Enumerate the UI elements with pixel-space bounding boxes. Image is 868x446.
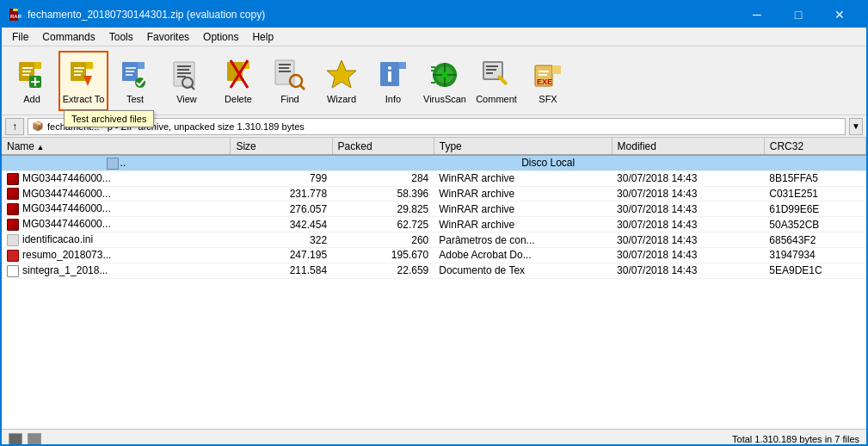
col-header-name[interactable]: Name (2, 138, 231, 155)
col-header-size[interactable]: Size (231, 138, 332, 155)
maximize-button[interactable]: □ (779, 2, 818, 28)
svg-rect-7 (22, 71, 31, 72)
svg-rect-67 (539, 71, 549, 72)
view-icon (169, 58, 204, 92)
archive-icon: 📦 (32, 121, 44, 132)
table-row[interactable]: resumo_2018073...247.195195.670Adobe Acr… (2, 247, 866, 263)
add-label: Add (23, 94, 40, 104)
info-label: Info (385, 94, 401, 104)
menu-help[interactable]: Help (245, 29, 280, 45)
extract-to-icon (66, 58, 101, 92)
col-header-packed[interactable]: Packed (332, 138, 434, 155)
svg-rect-1 (13, 9, 18, 11)
status-icon-1 (9, 433, 22, 445)
test-button[interactable]: Test (110, 51, 160, 111)
table-row[interactable]: identificacao.ini322260Parâmetros de con… (2, 232, 866, 248)
menu-favorites[interactable]: Favorites (140, 29, 196, 45)
delete-button[interactable]: Delete (213, 51, 263, 111)
find-button[interactable]: Find (265, 51, 315, 111)
menu-file[interactable]: File (5, 29, 35, 45)
menu-options[interactable]: Options (196, 29, 245, 45)
svg-point-48 (388, 66, 391, 70)
add-icon (15, 58, 49, 92)
comment-icon (479, 58, 514, 92)
table-row[interactable]: MG03447446000...342.45462.725WinRAR arch… (2, 217, 866, 232)
svg-rect-21 (138, 62, 145, 69)
svg-rect-68 (539, 74, 547, 76)
file-table: Name Size Packed Type Modified CRC32 ..D… (2, 138, 866, 279)
extract-to-button[interactable]: Extract To (58, 51, 108, 111)
svg-rect-11 (31, 81, 40, 83)
svg-rect-22 (126, 67, 136, 69)
svg-rect-15 (74, 67, 84, 69)
title-bar-left: RAR fechamento_20180730144301.zip (evalu… (9, 8, 265, 22)
table-row[interactable]: MG03447446000...799284WinRAR archive30/0… (2, 170, 866, 186)
svg-rect-49 (388, 71, 391, 82)
status-total: Total 1.310.189 bytes in 7 files (732, 434, 859, 444)
sfx-icon: EXE (531, 58, 565, 92)
svg-rect-27 (177, 65, 191, 67)
minimize-button[interactable]: ─ (737, 2, 777, 28)
svg-rect-61 (486, 69, 496, 71)
status-icon-2 (28, 433, 41, 445)
status-bar: Total 1.310.189 bytes in 7 files (2, 429, 866, 446)
app-icon: RAR (9, 8, 22, 22)
close-button[interactable]: ✕ (820, 2, 859, 28)
svg-rect-16 (74, 71, 83, 72)
menu-bar: File Commands Tools Favorites Options He… (2, 28, 866, 46)
table-row[interactable]: MG03447446000...231.77858.396WinRAR arch… (2, 186, 866, 201)
svg-rect-40 (279, 67, 289, 69)
wizard-label: Wizard (327, 94, 356, 104)
col-header-type[interactable]: Type (434, 138, 612, 155)
svg-rect-24 (126, 74, 132, 76)
svg-rect-23 (126, 71, 134, 72)
virusscan-button[interactable]: VirusScan (420, 51, 470, 111)
col-header-crc[interactable]: CRC32 (764, 138, 865, 155)
svg-point-54 (442, 72, 447, 77)
svg-rect-6 (22, 67, 33, 69)
sfx-button[interactable]: EXE SFX (523, 51, 573, 111)
view-label: View (176, 94, 197, 104)
find-label: Find (280, 94, 299, 104)
comment-button[interactable]: Comment (471, 51, 521, 111)
view-button[interactable]: View (162, 51, 212, 111)
menu-commands[interactable]: Commands (35, 29, 102, 45)
svg-rect-41 (279, 71, 291, 72)
add-button[interactable]: Add (7, 51, 57, 111)
main-content: Name Size Packed Type Modified CRC32 ..D… (2, 138, 866, 429)
extract-to-label: Extract To (63, 94, 105, 104)
virusscan-icon (428, 58, 462, 92)
test-icon (118, 58, 152, 92)
sfx-label: SFX (539, 94, 557, 104)
svg-marker-44 (327, 60, 356, 88)
svg-rect-30 (177, 76, 186, 77)
title-text: fechamento_20180730144301.zip (evaluatio… (28, 9, 265, 21)
svg-rect-28 (177, 69, 189, 71)
toolbar: Add Extract To (2, 46, 866, 115)
test-label: Test (126, 94, 144, 104)
table-row[interactable]: ..Disco Local (2, 155, 866, 170)
title-bar: RAR fechamento_20180730144301.zip (evalu… (2, 2, 866, 28)
svg-rect-29 (177, 72, 191, 74)
table-row[interactable]: MG03447446000...276.05729.825WinRAR arch… (2, 201, 866, 217)
path-dropdown-button[interactable]: ▼ (849, 118, 863, 135)
path-up-button[interactable]: ↑ (5, 118, 24, 135)
wizard-button[interactable]: Wizard (317, 51, 366, 111)
svg-rect-66 (552, 65, 561, 74)
info-button[interactable]: Info (368, 51, 418, 111)
svg-rect-60 (486, 65, 498, 67)
file-list[interactable]: Name Size Packed Type Modified CRC32 ..D… (2, 138, 866, 429)
svg-line-32 (191, 86, 194, 90)
svg-text:RAR: RAR (10, 14, 22, 19)
svg-text:EXE: EXE (537, 77, 552, 86)
delete-icon (221, 58, 255, 92)
file-tbody: ..Disco LocalMG03447446000...799284WinRA… (2, 155, 866, 278)
table-row[interactable]: sintegra_1_2018...211.58422.659Documento… (2, 263, 866, 278)
svg-rect-62 (486, 72, 493, 74)
col-header-modified[interactable]: Modified (612, 138, 764, 155)
svg-rect-8 (22, 74, 29, 76)
svg-rect-5 (34, 62, 41, 69)
svg-rect-39 (279, 64, 291, 65)
menu-tools[interactable]: Tools (102, 29, 140, 45)
info-icon (376, 58, 410, 92)
